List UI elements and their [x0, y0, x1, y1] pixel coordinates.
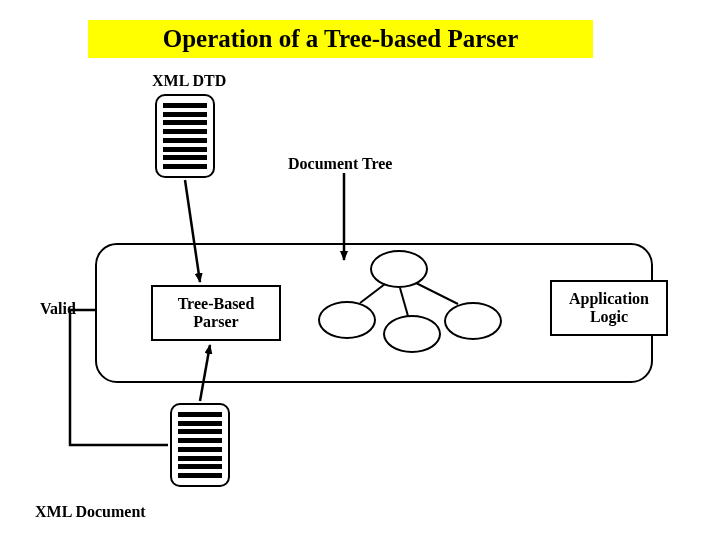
tree-node-root: [370, 250, 428, 288]
label-document-tree: Document Tree: [288, 155, 392, 173]
parser-box-label: Tree-Based Parser: [153, 295, 279, 332]
app-logic-label: Application Logic: [552, 290, 666, 327]
label-xml-dtd: XML DTD: [152, 72, 226, 90]
xml-document-icon: [170, 403, 230, 487]
parser-box: Tree-Based Parser: [151, 285, 281, 341]
label-xml-document: XML Document: [35, 503, 146, 521]
label-valid: Valid: [40, 300, 76, 318]
dtd-document-icon: [155, 94, 215, 178]
app-logic-box: Application Logic: [550, 280, 668, 336]
tree-node-left: [318, 301, 376, 339]
tree-node-right: [444, 302, 502, 340]
title-text: Operation of a Tree-based Parser: [163, 25, 519, 53]
title-banner: Operation of a Tree-based Parser: [88, 20, 593, 58]
tree-node-mid: [383, 315, 441, 353]
